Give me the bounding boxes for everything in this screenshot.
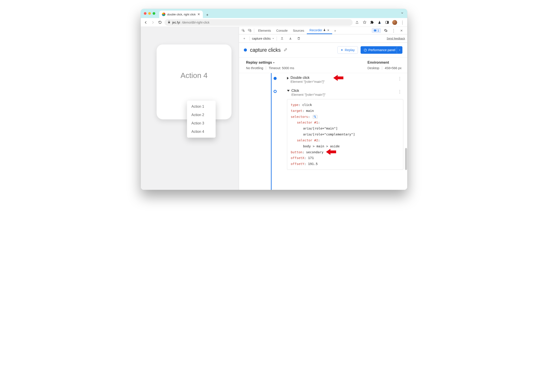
detail-button: secondary: [306, 150, 323, 154]
svg-rect-2: [387, 21, 388, 24]
devtools-tab-console[interactable]: Console: [274, 27, 290, 34]
delete-trash-icon[interactable]: [296, 35, 302, 42]
timeout-value: Timeout: 5000 ms: [269, 66, 294, 70]
issues-count: 1: [378, 29, 379, 32]
close-tab-icon[interactable]: ✕: [197, 12, 200, 16]
tab-list-chevron-icon[interactable]: [401, 11, 404, 15]
rename-pencil-icon[interactable]: [284, 48, 288, 52]
recording-settings: Replay settings No throttling Timeout: 5…: [239, 57, 407, 73]
recording-step: Double click Element "[role="main"]" ⋮: [243, 73, 403, 86]
selectors-label: selectors: [291, 115, 308, 119]
replay-button-label: Replay: [345, 48, 355, 52]
forward-button[interactable]: [150, 20, 155, 25]
import-icon[interactable]: [288, 35, 294, 42]
detail-offsety: 191.5: [308, 162, 318, 166]
share-icon[interactable]: [355, 20, 359, 25]
window-controls: [144, 9, 159, 18]
context-menu-item[interactable]: Action 4: [187, 127, 216, 136]
selector-value: body > main > aside: [291, 143, 400, 149]
devtools-tab-sources[interactable]: Sources: [290, 27, 307, 34]
performance-button-label: Performance panel: [368, 48, 395, 52]
scrollbar-thumb[interactable]: [405, 148, 407, 170]
recording-status-dot-icon: [244, 49, 247, 51]
step-subtitle: Element "[role="main"]": [290, 80, 325, 84]
toolbar-right: ⋮: [355, 20, 405, 25]
replay-button[interactable]: Replay: [337, 46, 358, 54]
url-field[interactable]: jec.fyi/demo/dbl-right-click: [165, 19, 353, 26]
close-panel-icon[interactable]: ✕: [327, 29, 330, 32]
devtools-menu-icon[interactable]: ⋮: [391, 28, 397, 34]
selector-value: aria/[role="complementary"]: [291, 132, 400, 137]
step-marker-icon: [274, 90, 277, 93]
collapse-step-toggle[interactable]: [287, 90, 290, 92]
devtools-settings-gear-icon[interactable]: [383, 28, 389, 34]
url-path: /demo/dbl-right-click: [182, 21, 210, 24]
annotation-arrow-icon: [326, 148, 336, 155]
selector2-label: selector #2: [297, 139, 318, 142]
recording-selector[interactable]: capture clicks: [252, 37, 274, 40]
devtools-tab-recorder[interactable]: Recorder ✕: [307, 27, 332, 34]
devtools-tab-elements[interactable]: Elements: [255, 27, 274, 34]
step-title: Click: [291, 89, 325, 93]
selector1-label: selector #1: [297, 121, 318, 124]
url-host: jec.fyi: [172, 21, 180, 24]
lock-icon: [168, 21, 170, 24]
bookmark-star-icon[interactable]: [362, 20, 367, 25]
recorder-toolbar: ＋ capture clicks Send feedback: [239, 34, 407, 43]
inspect-element-icon[interactable]: [240, 28, 246, 34]
issues-chip[interactable]: 1: [372, 28, 381, 33]
step-details: type: click target: main selectors: sele…: [287, 99, 403, 170]
context-menu-item[interactable]: Action 1: [187, 102, 216, 111]
extensions-puzzle-icon[interactable]: [370, 20, 374, 25]
more-tabs-chevron-icon[interactable]: »: [332, 28, 338, 34]
browser-window: double click, right click ✕ + jec.fyi/de…: [141, 9, 407, 190]
recording-title: capture clicks: [250, 47, 281, 53]
labs-flask-icon[interactable]: [377, 20, 382, 25]
chrome-menu-icon[interactable]: ⋮: [400, 20, 405, 25]
performance-dropdown-button[interactable]: [397, 46, 402, 54]
maximize-window-button[interactable]: [153, 12, 155, 15]
side-panel-icon[interactable]: [385, 20, 389, 25]
selector-value: aria/[role="main"]: [291, 126, 400, 132]
environment-title: Environment: [368, 61, 401, 64]
back-button[interactable]: [143, 20, 148, 25]
content-area: Action 4 Action 1 Action 2 Action 3 Acti…: [141, 27, 407, 190]
minimize-window-button[interactable]: [148, 12, 151, 15]
close-window-button[interactable]: [144, 12, 147, 15]
expand-step-toggle[interactable]: [287, 77, 289, 79]
recording-header: capture clicks Replay Performance panel: [239, 43, 407, 57]
devtools-panel: Elements Console Sources Recorder ✕ » 1 …: [239, 27, 407, 190]
device-toolbar-icon[interactable]: [246, 28, 253, 34]
send-feedback-link[interactable]: Send feedback: [387, 37, 405, 40]
element-picker-icon[interactable]: [313, 115, 317, 119]
device-value: Desktop: [368, 66, 379, 70]
experiment-flask-icon: [323, 28, 326, 32]
address-bar: jec.fyi/demo/dbl-right-click ⋮: [141, 18, 407, 27]
recording-step: Click Element "[role="main"]" ⋮ type: cl…: [243, 86, 403, 172]
step-menu-icon[interactable]: ⋮: [398, 76, 402, 81]
throttling-value: No throttling: [246, 66, 263, 70]
replay-settings-title[interactable]: Replay settings: [246, 61, 294, 64]
step-subtitle: Element "[role="main"]": [291, 93, 325, 97]
export-icon[interactable]: [279, 35, 285, 42]
close-devtools-icon[interactable]: ✕: [398, 28, 405, 34]
favicon-icon: [162, 13, 165, 16]
context-menu-item[interactable]: Action 2: [187, 111, 216, 119]
step-menu-icon[interactable]: ⋮: [398, 89, 402, 94]
step-marker-icon: [274, 77, 277, 80]
context-menu: Action 1 Action 2 Action 3 Action 4: [187, 101, 216, 138]
recording-steps: Double click Element "[role="main"]" ⋮: [239, 73, 407, 190]
new-tab-button[interactable]: +: [204, 12, 210, 18]
svg-point-0: [380, 23, 380, 24]
rendered-page[interactable]: Action 4 Action 1 Action 2 Action 3 Acti…: [141, 27, 239, 190]
tab-strip: double click, right click ✕ +: [141, 9, 407, 18]
browser-tab[interactable]: double click, right click ✕: [159, 11, 203, 18]
performance-panel-button[interactable]: Performance panel: [361, 46, 398, 54]
recording-name: capture clicks: [252, 37, 271, 40]
new-recording-plus-icon[interactable]: ＋: [241, 35, 247, 42]
context-menu-item[interactable]: Action 3: [187, 119, 216, 127]
chevron-down-icon: [272, 37, 274, 40]
reload-button[interactable]: [157, 20, 162, 25]
detail-target: main: [306, 109, 314, 112]
profile-avatar[interactable]: [392, 20, 397, 25]
